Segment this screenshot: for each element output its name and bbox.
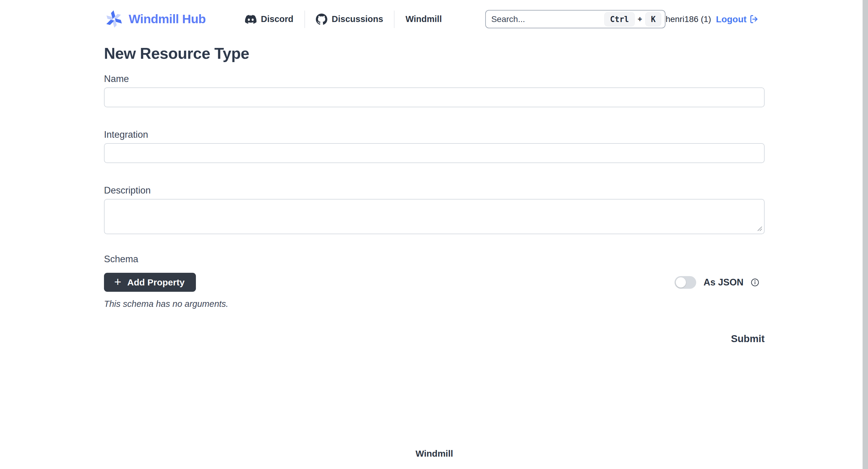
as-json-group: As JSON	[675, 276, 759, 289]
description-label: Description	[104, 185, 765, 196]
description-textarea[interactable]	[104, 199, 765, 234]
nav-item-windmill[interactable]: Windmill	[395, 14, 453, 24]
add-property-label: Add Property	[127, 277, 184, 287]
resize-grip-icon[interactable]	[756, 225, 762, 231]
github-icon	[316, 13, 327, 25]
footer: Windmill	[104, 448, 765, 459]
submit-button[interactable]: Submit	[731, 333, 765, 345]
main-nav: Discord Discussions Windmill	[245, 0, 453, 38]
name-label: Name	[104, 73, 765, 85]
toggle-knob	[676, 277, 686, 287]
schema-label: Schema	[104, 253, 765, 265]
main-content: New Resource Type Name Integration Descr…	[104, 44, 765, 459]
plus-icon: +	[114, 276, 121, 288]
schema-empty-note: This schema has no arguments.	[104, 299, 765, 309]
kbd-ctrl: Ctrl	[604, 12, 635, 27]
info-icon[interactable]	[751, 278, 759, 287]
username: henri186 (1)	[665, 14, 711, 24]
nav-item-discussions[interactable]: Discussions	[305, 13, 394, 25]
brand-name: Windmill Hub	[129, 12, 206, 26]
search-box[interactable]: Ctrl + K	[485, 10, 665, 28]
logout-button[interactable]: Logout	[716, 14, 758, 24]
add-property-button[interactable]: + Add Property	[104, 273, 196, 292]
nav-item-label: Discord	[261, 14, 293, 24]
header: Windmill Hub Discord Discussions Windmil…	[104, 0, 765, 38]
name-input[interactable]	[104, 87, 765, 107]
kbd-plus-separator: +	[638, 14, 642, 24]
user-area: henri186 (1) Logout	[665, 14, 758, 24]
page-title: New Resource Type	[104, 44, 765, 62]
nav-item-label: Windmill	[405, 14, 442, 24]
nav-item-discord[interactable]: Discord	[245, 13, 304, 25]
field-group-integration: Integration	[104, 129, 765, 163]
kbd-k: K	[645, 12, 661, 27]
search-input[interactable]	[491, 14, 602, 24]
brand-home-link[interactable]: Windmill Hub	[104, 9, 206, 29]
scrollbar[interactable]	[863, 0, 868, 469]
page: Windmill Hub Discord Discussions Windmil…	[0, 0, 868, 469]
as-json-label: As JSON	[704, 277, 744, 288]
as-json-toggle[interactable]	[675, 276, 696, 289]
field-group-name: Name	[104, 73, 765, 107]
integration-input[interactable]	[104, 143, 765, 163]
field-group-description: Description	[104, 185, 765, 234]
discord-icon	[245, 13, 256, 25]
logout-label: Logout	[716, 14, 747, 24]
schema-section: Schema + Add Property As JSON	[104, 253, 765, 309]
windmill-logo-icon	[104, 9, 124, 29]
logout-icon	[749, 14, 758, 24]
nav-item-label: Discussions	[332, 14, 383, 24]
integration-label: Integration	[104, 129, 765, 140]
footer-windmill-link[interactable]: Windmill	[415, 448, 453, 459]
